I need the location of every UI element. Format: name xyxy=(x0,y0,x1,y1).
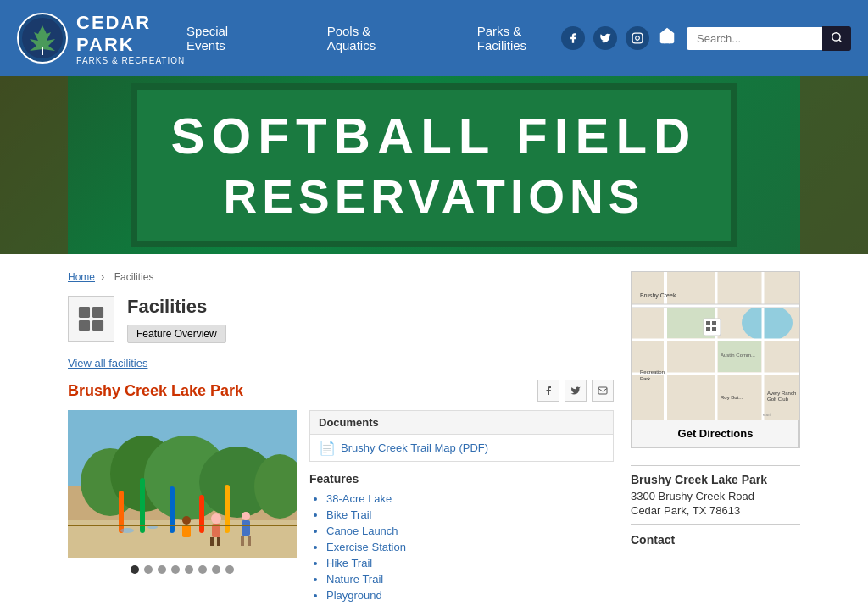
feature-item-bike[interactable]: Bike Trail xyxy=(326,508,614,521)
photo-dots xyxy=(68,565,297,574)
hero-text: SOFTBALL FIELD RESERVATIONS xyxy=(131,83,738,247)
breadcrumb-home[interactable]: Home xyxy=(68,271,95,283)
nav-parks-facilities[interactable]: Parks & Facilities xyxy=(477,24,561,53)
feature-overview-button[interactable]: Feature Overview xyxy=(127,325,226,343)
svg-text:Austin Comm...: Austin Comm... xyxy=(721,352,755,358)
feature-item-canoe[interactable]: Canoe Launch xyxy=(326,525,614,537)
svg-text:Avery Ranch: Avery Ranch xyxy=(767,391,796,396)
main-content: Home › Facilities Facilities Feature Ove… xyxy=(68,271,614,605)
svg-rect-6 xyxy=(92,307,103,318)
svg-rect-5 xyxy=(79,307,90,318)
share-facebook-button[interactable] xyxy=(537,380,559,402)
svg-rect-25 xyxy=(210,537,214,546)
svg-text:Golf Club: Golf Club xyxy=(767,397,789,402)
svg-text:Brushy Creek: Brushy Creek xyxy=(640,292,676,299)
twitter-icon[interactable] xyxy=(593,26,617,50)
sidebar-divider-top xyxy=(631,465,800,466)
view-all-facilities: View all facilities xyxy=(68,356,614,369)
svg-rect-49 xyxy=(706,321,710,325)
breadcrumb-current: Facilities xyxy=(114,271,154,283)
feature-item-lake[interactable]: 38-Acre Lake xyxy=(326,492,614,505)
search-input[interactable] xyxy=(687,27,822,50)
sidebar-contact-label: Contact xyxy=(631,533,800,547)
svg-text:Roy But...: Roy But... xyxy=(721,395,743,400)
hero-line2: RESERVATIONS xyxy=(171,169,698,224)
svg-rect-26 xyxy=(217,537,220,546)
photo-dot-5[interactable] xyxy=(185,565,193,574)
logo-sub: PARKS & RECREATION xyxy=(76,56,185,65)
photo-dot-6[interactable] xyxy=(198,565,207,574)
share-icons xyxy=(537,380,614,402)
feature-item-playground[interactable]: Playground xyxy=(326,589,614,602)
logo-circle xyxy=(17,13,68,64)
photo-display xyxy=(68,410,297,558)
facility-name: Brushy Creek Lake Park xyxy=(68,382,243,400)
main-nav: Special Events Pools & Aquatics Parks & … xyxy=(186,24,561,53)
pdf-icon: 📄 xyxy=(319,440,336,456)
hero-line1: SOFTBALL FIELD xyxy=(171,107,698,165)
svg-rect-52 xyxy=(712,327,716,331)
map-image: Brushy Creek Recreation Park Avery Ranch… xyxy=(632,272,800,420)
facility-details: Documents 📄 Brushy Creek Trail Map (PDF)… xyxy=(309,410,614,605)
page-title: Facilities xyxy=(127,296,226,318)
svg-text:esri: esri xyxy=(763,412,771,417)
svg-rect-1 xyxy=(632,33,643,43)
svg-point-37 xyxy=(742,304,793,341)
page-title-area: Facilities Feature Overview xyxy=(68,296,614,343)
map-container: Brushy Creek Recreation Park Avery Ranch… xyxy=(631,271,800,448)
documents-header: Documents xyxy=(310,411,613,435)
facilities-icon xyxy=(76,304,106,334)
svg-rect-51 xyxy=(706,327,710,331)
sidebar-address: Brushy Creek Lake Park 3300 Brushy Creek… xyxy=(631,448,800,557)
site-header: CEDAR PARK PARKS & RECREATION Special Ev… xyxy=(0,0,868,76)
features-list: 38-Acre Lake Bike Trail Canoe Launch Exe… xyxy=(309,492,614,602)
map-svg: Brushy Creek Recreation Park Avery Ranch… xyxy=(632,272,800,420)
svg-rect-7 xyxy=(79,320,90,331)
photo-dot-2[interactable] xyxy=(144,565,153,574)
share-twitter-button[interactable] xyxy=(565,380,587,402)
breadcrumb-separator: › xyxy=(101,271,104,283)
svg-rect-32 xyxy=(182,525,191,537)
sidebar-address-line1: 3300 Brushy Creek Road xyxy=(631,490,800,502)
feature-item-nature[interactable]: Nature Trail xyxy=(326,573,614,586)
svg-text:Recreation: Recreation xyxy=(640,369,665,375)
logo-text: CEDAR PARK PARKS & RECREATION xyxy=(76,12,185,65)
feature-item-hike[interactable]: Hike Trail xyxy=(326,557,614,569)
trail-map-link[interactable]: Brushy Creek Trail Map (PDF) xyxy=(341,441,488,454)
svg-point-31 xyxy=(182,516,191,525)
facility-content: Documents 📄 Brushy Creek Trail Map (PDF)… xyxy=(68,410,614,605)
facility-photo xyxy=(68,410,297,558)
nav-pools-aquatics[interactable]: Pools & Aquatics xyxy=(327,24,409,53)
photo-dot-4[interactable] xyxy=(171,565,180,574)
view-all-link[interactable]: View all facilities xyxy=(68,357,147,369)
svg-rect-28 xyxy=(242,520,250,536)
svg-point-27 xyxy=(242,512,250,520)
facebook-icon[interactable] xyxy=(561,26,585,50)
logo-svg xyxy=(21,17,64,59)
svg-point-33 xyxy=(120,528,134,533)
photo-dot-8[interactable] xyxy=(225,565,234,574)
sidebar-divider-bottom xyxy=(631,524,800,525)
svg-rect-29 xyxy=(241,536,244,546)
svg-rect-9 xyxy=(598,387,607,394)
photo-dot-3[interactable] xyxy=(158,565,166,574)
photo-dot-1[interactable] xyxy=(131,565,139,574)
svg-rect-8 xyxy=(92,320,103,331)
feature-item-exercise[interactable]: Exercise Station xyxy=(326,541,614,553)
search-button[interactable] xyxy=(822,26,851,51)
nav-special-events[interactable]: Special Events xyxy=(186,24,259,53)
get-directions-button[interactable]: Get Directions xyxy=(632,420,799,447)
svg-rect-21 xyxy=(199,495,204,533)
svg-point-23 xyxy=(211,513,221,524)
facility-title-row: Brushy Creek Lake Park xyxy=(68,380,614,402)
share-email-button[interactable] xyxy=(592,380,614,402)
documents-section: Documents 📄 Brushy Creek Trail Map (PDF) xyxy=(309,410,614,462)
photo-dot-7[interactable] xyxy=(212,565,220,574)
content-wrapper: Home › Facilities Facilities Feature Ove… xyxy=(0,254,868,605)
hero-left-post xyxy=(0,76,68,254)
instagram-icon[interactable] xyxy=(626,26,649,50)
social-icons xyxy=(561,26,676,50)
home-icon[interactable] xyxy=(658,26,676,50)
sidebar-address-line2: Cedar Park, TX 78613 xyxy=(631,504,800,517)
svg-line-4 xyxy=(839,39,842,42)
